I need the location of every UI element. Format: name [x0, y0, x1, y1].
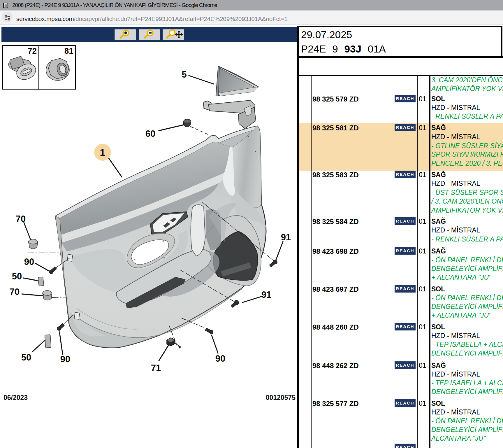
svg-text:90: 90 [60, 354, 70, 364]
svg-text:91: 91 [281, 232, 291, 242]
svg-text:50: 50 [21, 352, 31, 363]
svg-text:50: 50 [12, 271, 22, 281]
svg-text:5: 5 [182, 69, 187, 80]
svg-text:90: 90 [24, 257, 34, 267]
svg-text:70: 70 [16, 214, 26, 224]
svg-text:1: 1 [100, 147, 105, 158]
svg-text:06/2023: 06/2023 [3, 394, 28, 401]
svg-text:71: 71 [151, 363, 161, 373]
svg-text:70: 70 [10, 287, 20, 297]
svg-text:91: 91 [261, 290, 271, 300]
svg-text:60: 60 [145, 129, 155, 139]
svg-text:90: 90 [215, 354, 225, 364]
svg-text:00120575: 00120575 [266, 394, 296, 401]
